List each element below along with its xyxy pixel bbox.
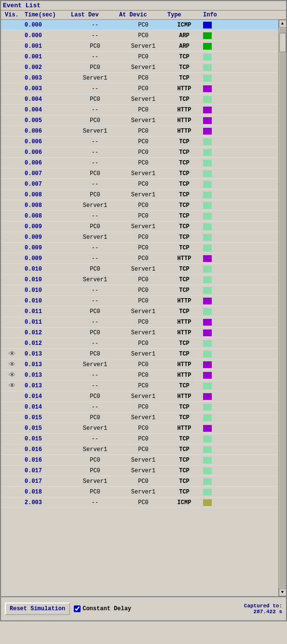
table-row[interactable]: 0.000--PC0ICMP	[1, 20, 278, 30]
info-color-box	[203, 43, 212, 50]
table-row[interactable]: 0.008Server1PC0TCP	[1, 200, 278, 211]
constant-delay-checkbox[interactable]	[74, 605, 81, 612]
table-row[interactable]: 0.009--PC0TCP	[1, 243, 278, 253]
lastdev-cell: PC0	[71, 117, 119, 124]
info-color-box	[203, 340, 212, 347]
table-row[interactable]: 0.014PC0Server1HTTP	[1, 391, 278, 402]
table-row[interactable]: 0.006--PC0TCP	[1, 158, 278, 168]
lastdev-cell: --	[71, 499, 119, 506]
table-row[interactable]: 0.001PC0Server1ARP	[1, 41, 278, 52]
table-row[interactable]: 0.010Server1PC0TCP	[1, 274, 278, 285]
table-row[interactable]: 0.008PC0Server1TCP	[1, 190, 278, 200]
time-cell: 0.015	[23, 436, 71, 442]
table-row[interactable]: 0.012PC0Server1HTTP	[1, 328, 278, 338]
table-row[interactable]: 0.005PC0Server1HTTP	[1, 115, 278, 126]
info-color-box	[203, 181, 212, 188]
time-cell: 0.016	[23, 446, 71, 453]
atdev-cell: Server1	[119, 393, 167, 400]
info-cell	[201, 43, 225, 50]
info-cell	[201, 383, 225, 389]
table-row[interactable]: 0.004PC0Server1TCP	[1, 94, 278, 105]
info-cell	[201, 478, 225, 485]
table-row[interactable]: 0.017Server1PC0TCP	[1, 476, 278, 487]
table-row[interactable]: 0.012--PC0TCP	[1, 338, 278, 349]
atdev-cell: Server1	[119, 414, 167, 421]
table-row[interactable]: 0.018PC0Server1TCP	[1, 487, 278, 497]
info-color-box	[203, 446, 212, 453]
info-cell	[201, 170, 225, 177]
table-row[interactable]: 👁0.013Server1PC0HTTP	[1, 359, 278, 370]
table-row[interactable]: 0.009--PC0HTTP	[1, 253, 278, 264]
table-row[interactable]: 0.001--PC0TCP	[1, 52, 278, 62]
table-row[interactable]: 👁0.013PC0Server1TCP	[1, 349, 278, 359]
table-row[interactable]: 0.015--PC0TCP	[1, 434, 278, 444]
lastdev-cell: --	[71, 404, 119, 411]
table-row[interactable]: 0.009Server1PC0TCP	[1, 232, 278, 243]
table-row[interactable]: 0.011PC0Server1TCP	[1, 306, 278, 317]
table-row[interactable]: 0.006Server1PC0HTTP	[1, 126, 278, 137]
type-cell: HTTP	[167, 319, 201, 326]
lastdev-cell: --	[71, 54, 119, 60]
table-row[interactable]: 0.008--PC0TCP	[1, 211, 278, 221]
type-cell: ARP	[167, 32, 201, 39]
table-scroll[interactable]: 0.000--PC0ICMP0.000--PC0ARP0.001PC0Serve…	[1, 20, 278, 596]
table-row[interactable]: 0.010--PC0TCP	[1, 285, 278, 296]
table-row[interactable]: 0.014--PC0TCP	[1, 402, 278, 412]
info-cell	[201, 245, 225, 251]
lastdev-cell: Server1	[71, 425, 119, 432]
info-color-box	[203, 319, 212, 326]
table-row[interactable]: 0.003--PC0HTTP	[1, 83, 278, 94]
table-row[interactable]: 0.015PC0Server1TCP	[1, 412, 278, 423]
scroll-down-button[interactable]: ▼	[279, 589, 287, 596]
table-row[interactable]: 0.015Server1PC0HTTP	[1, 423, 278, 434]
table-row[interactable]: 0.002PC0Server1TCP	[1, 62, 278, 73]
table-row[interactable]: 2.003--PC0ICMP	[1, 497, 278, 508]
table-row[interactable]: 0.011--PC0HTTP	[1, 317, 278, 328]
time-cell: 0.002	[23, 64, 71, 71]
lastdev-cell: Server1	[71, 75, 119, 82]
info-cell	[201, 117, 225, 124]
table-row[interactable]: 0.016Server1PC0TCP	[1, 444, 278, 455]
time-cell: 0.011	[23, 308, 71, 315]
constant-delay-area: Constant Delay	[74, 605, 131, 612]
info-color-box	[203, 276, 212, 283]
info-cell	[201, 96, 225, 103]
table-row[interactable]: 0.017PC0Server1TCP	[1, 466, 278, 476]
info-cell	[201, 499, 225, 506]
table-row[interactable]: 0.000--PC0ARP	[1, 30, 278, 41]
table-row[interactable]: 0.009PC0Server1TCP	[1, 221, 278, 232]
table-row[interactable]: 0.010PC0Server1TCP	[1, 264, 278, 274]
type-cell: TCP	[167, 414, 201, 421]
scroll-thumb[interactable]	[279, 33, 286, 52]
info-cell	[201, 181, 225, 188]
type-cell: TCP	[167, 64, 201, 71]
info-color-box	[203, 393, 212, 400]
lastdev-cell: Server1	[71, 478, 119, 485]
table-row[interactable]: 0.010--PC0HTTP	[1, 296, 278, 306]
table-row[interactable]: 0.007--PC0TCP	[1, 179, 278, 190]
scroll-track[interactable]	[279, 28, 286, 588]
table-row[interactable]: 👁0.013--PC0HTTP	[1, 370, 278, 381]
table-row[interactable]: 0.003Server1PC0TCP	[1, 73, 278, 83]
atdev-cell: Server1	[119, 43, 167, 50]
table-row[interactable]: 0.006--PC0TCP	[1, 147, 278, 158]
lastdev-cell: --	[71, 287, 119, 294]
info-cell	[201, 414, 225, 421]
eye-icon: 👁	[9, 371, 15, 379]
info-color-box	[203, 478, 212, 485]
time-cell: 0.008	[23, 213, 71, 219]
table-row[interactable]: 0.007PC0Server1TCP	[1, 168, 278, 179]
atdev-cell: PC0	[119, 245, 167, 251]
table-row[interactable]: 👁0.013--PC0TCP	[1, 381, 278, 391]
table-row[interactable]: 0.006--PC0TCP	[1, 137, 278, 147]
table-row[interactable]: 0.004--PC0HTTP	[1, 105, 278, 115]
table-row[interactable]: 0.016PC0Server1TCP	[1, 455, 278, 466]
type-cell: TCP	[167, 245, 201, 251]
atdev-cell: PC0	[119, 85, 167, 92]
info-color-box	[203, 255, 212, 262]
reset-simulation-button[interactable]: Reset Simulation	[5, 603, 70, 615]
time-cell: 0.013	[23, 361, 71, 368]
info-cell	[201, 64, 225, 71]
lastdev-cell: PC0	[71, 393, 119, 400]
scroll-up-button[interactable]: ▲	[279, 20, 287, 27]
